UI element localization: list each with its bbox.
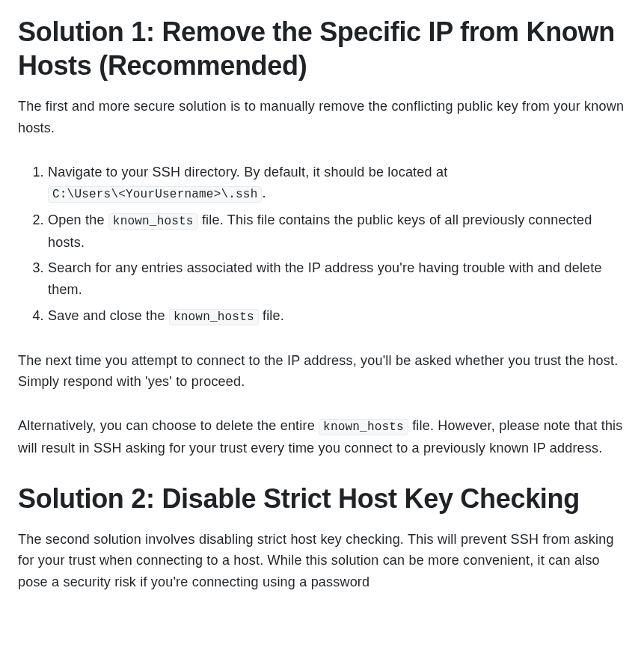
known-hosts-code: known_hosts — [319, 419, 408, 435]
solution-1-intro: The first and more secure solution is to… — [18, 96, 626, 139]
ssh-path-code: C:\Users\<YourUsername>\.ssh — [48, 186, 262, 203]
solution-1-heading: Solution 1: Remove the Specific IP from … — [18, 15, 626, 82]
step-4-text-a: Save and close the — [48, 308, 169, 323]
step-4-text-b: file. — [259, 308, 284, 323]
step-2: Open the known_hosts file. This file con… — [48, 209, 626, 253]
solution-1-steps: Navigate to your SSH directory. By defau… — [18, 162, 626, 328]
step-4: Save and close the known_hosts file. — [48, 305, 626, 328]
step-1: Navigate to your SSH directory. By defau… — [48, 162, 626, 205]
step-1-text-a: Navigate to your SSH directory. By defau… — [48, 165, 447, 180]
step-2-text-a: Open the — [48, 212, 108, 227]
solution-1-after-1: The next time you attempt to connect to … — [18, 350, 626, 393]
solution-1-after-2: Alternatively, you can choose to delete … — [18, 415, 626, 459]
known-hosts-code: known_hosts — [169, 309, 259, 325]
step-3: Search for any entries associated with t… — [48, 257, 626, 301]
after-2-text-a: Alternatively, you can choose to delete … — [18, 418, 319, 433]
solution-2-intro: The second solution involves disabling s… — [18, 529, 626, 593]
step-1-text-b: . — [262, 186, 266, 200]
solution-2-heading: Solution 2: Disable Strict Host Key Chec… — [18, 482, 626, 515]
known-hosts-code: known_hosts — [108, 213, 198, 230]
